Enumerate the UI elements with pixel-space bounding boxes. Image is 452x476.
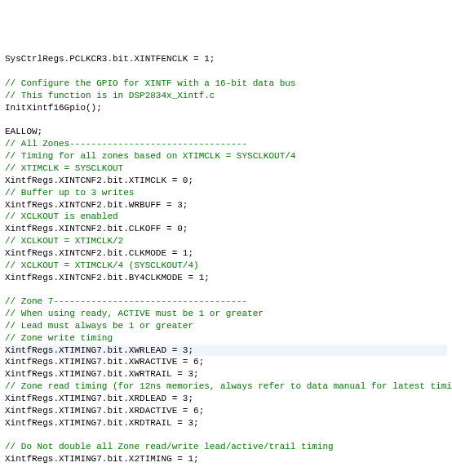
code-line: XintfRegs.XTIMING7.bit.XRDTRAIL = 3; — [5, 418, 199, 428]
code-line: // XCLKOUT is enabled — [5, 211, 118, 221]
code-line: XintfRegs.XTIMING7.bit.XWRLEAD = 3; — [5, 345, 447, 357]
code-line: // All Zones----------------------------… — [5, 139, 247, 149]
code-block: SysCtrlRegs.PCLKCR3.bit.XINTFENCLK = 1; … — [5, 53, 447, 476]
code-line: XintfRegs.XINTCNF2.bit.CLKMODE = 1; — [5, 248, 193, 258]
code-line: // Configure the GPIO for XINTF with a 1… — [5, 78, 295, 88]
code-line: // Buffer up to 3 writes — [5, 188, 134, 198]
code-line: XintfRegs.XINTCNF2.bit.WRBUFF = 3; — [5, 200, 188, 210]
code-line: // Zone write timing — [5, 333, 113, 343]
code-line: XintfRegs.XTIMING7.bit.X2TIMING = 1; — [5, 454, 199, 464]
code-line: // XCLKOUT = XTIMCLK/4 (SYSCLKOUT/4) — [5, 260, 199, 270]
code-line: XintfRegs.XTIMING7.bit.XRDACTIVE = 6; — [5, 406, 204, 416]
code-line: XintfRegs.XINTCNF2.bit.XTIMCLK = 0; — [5, 176, 193, 185]
code-line: // This function is in DSP2834x_Xintf.c — [5, 91, 215, 100]
code-line: XintfRegs.XINTCNF2.bit.CLKOFF = 0; — [5, 224, 188, 234]
code-line: // Lead must always be 1 or greater — [5, 321, 193, 331]
code-line: XintfRegs.XTIMING7.bit.XRDLEAD = 3; — [5, 394, 193, 403]
code-line: EALLOW; — [5, 127, 42, 136]
code-line: // When using ready, ACTIVE must be 1 or… — [5, 309, 264, 318]
code-line: XintfRegs.XTIMING7.bit.XWRTRAIL = 3; — [5, 369, 199, 379]
code-line: // Do Not double all Zone read/write lea… — [5, 442, 334, 452]
code-line: InitXintf16Gpio(); — [5, 103, 102, 113]
code-line: // Timing for all zones based on XTIMCLK… — [5, 151, 295, 161]
code-line: // XCLKOUT = XTIMCLK/2 — [5, 236, 123, 246]
code-line: SysCtrlRegs.PCLKCR3.bit.XINTFENCLK = 1; — [5, 54, 215, 64]
code-line: // Zone read timing (for 12ns memories, … — [5, 381, 452, 391]
code-line: XintfRegs.XINTCNF2.bit.BY4CLKMODE = 1; — [5, 273, 210, 282]
code-line: XintfRegs.XTIMING7.bit.XWRACTIVE = 6; — [5, 357, 204, 367]
code-line: // XTIMCLK = SYSCLKOUT — [5, 163, 123, 173]
code-line: // Zone 7-------------------------------… — [5, 296, 247, 306]
